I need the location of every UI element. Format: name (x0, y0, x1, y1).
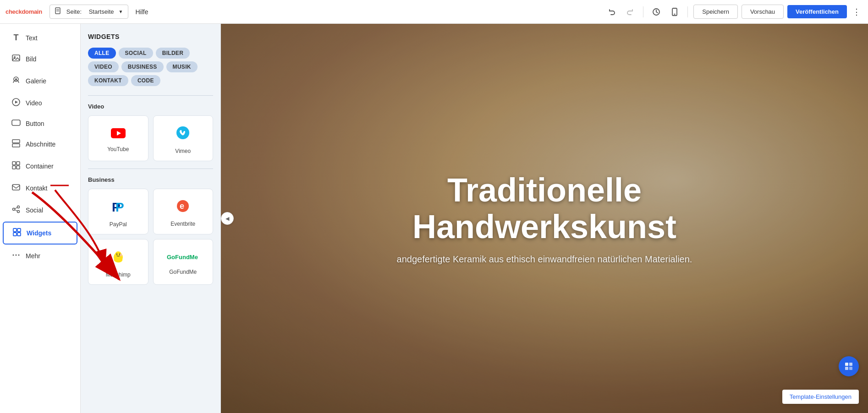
svg-point-43 (120, 254, 122, 256)
eventbrite-label: Eventbrite (170, 221, 195, 227)
svg-rect-26 (17, 228, 21, 232)
palette-button[interactable] (839, 356, 859, 376)
filter-alle[interactable]: ALLE (88, 48, 116, 59)
svg-text:GoFundMe: GoFundMe (167, 254, 198, 261)
filter-tags: ALLE SOCIAL BILDER VIDEO BUSINESS MUSIK … (88, 48, 213, 86)
svg-rect-28 (17, 233, 21, 236)
publish-button[interactable]: Veröffentlichen (787, 5, 847, 18)
sidebar-item-abschnitte[interactable]: Abschnitte (3, 134, 77, 155)
svg-rect-19 (12, 185, 20, 190)
vimeo-label: Vimeo (175, 148, 191, 154)
sidebar-item-kontakt[interactable]: Kontakt (3, 178, 77, 199)
sidebar-item-social[interactable]: Social (3, 200, 77, 221)
mailchimp-label: Mailchimp (106, 272, 131, 278)
save-button[interactable]: Speichern (693, 5, 738, 19)
gofundme-icon: GoFundMe (167, 251, 199, 264)
logo-check: check (5, 8, 22, 15)
sidebar-item-label: Kontakt (26, 185, 47, 192)
sidebar-item-mehr[interactable]: Mehr (3, 245, 77, 266)
youtube-label: YouTube (107, 146, 129, 152)
sidebar-item-bild[interactable]: Bild (3, 49, 77, 70)
container-icon (11, 161, 21, 172)
palette-icon (844, 361, 854, 371)
video-icon (11, 98, 21, 109)
filter-business[interactable]: BUSINESS (121, 61, 164, 72)
eventbrite-icon: e (176, 199, 190, 216)
sidebar-item-button[interactable]: Button (3, 114, 77, 133)
collapse-arrow-icon: ◀ (225, 216, 229, 222)
svg-marker-11 (15, 101, 18, 103)
svg-rect-13 (12, 140, 20, 143)
page-name: Startseite (89, 8, 114, 15)
sections-icon (11, 139, 21, 150)
widget-gofundme[interactable]: GoFundMe GoFundMe (153, 239, 214, 285)
main-layout: T Text Bild Galerie Video (0, 24, 868, 413)
svg-rect-25 (13, 228, 16, 232)
svg-rect-14 (12, 144, 20, 147)
widget-youtube[interactable]: YouTube (88, 115, 148, 161)
mailchimp-icon (111, 249, 126, 267)
svg-point-29 (13, 255, 14, 256)
more-icon (11, 250, 21, 261)
topbar: checkdomain Seite: Startseite ▼ Hilfe Sp… (0, 0, 868, 24)
widget-eventbrite[interactable]: e Eventbrite (153, 189, 214, 234)
text-icon: T (11, 33, 21, 43)
collapse-panel-button[interactable]: ◀ (221, 212, 234, 225)
widget-paypal[interactable]: PP PayPal (88, 189, 148, 234)
undo-button[interactable] (604, 5, 619, 18)
redo-button[interactable] (623, 5, 637, 18)
sidebar-item-widgets[interactable]: Widgets (3, 222, 77, 245)
sidebar-item-container[interactable]: Container (3, 156, 77, 177)
separator2 (687, 6, 688, 17)
svg-point-42 (119, 253, 120, 254)
filter-video[interactable]: VIDEO (88, 61, 119, 72)
logo-domain: domain (22, 8, 42, 15)
canvas-content: Traditionelle Handwerkskunst andgefertig… (221, 24, 868, 413)
canvas-heading: Traditionelle Handwerkskunst (412, 172, 676, 245)
svg-point-31 (18, 255, 20, 256)
separator (643, 6, 643, 17)
paypal-label: PayPal (110, 221, 127, 228)
filter-code[interactable]: CODE (131, 75, 160, 86)
sidebar-item-text[interactable]: T Text (3, 28, 77, 48)
widget-mailchimp[interactable]: Mailchimp (88, 239, 148, 285)
sidebar-item-galerie[interactable]: Galerie (3, 71, 77, 92)
canvas-area: ◀ Traditionelle Handwerkskunst andgefert… (221, 24, 868, 413)
widgets-icon (12, 228, 22, 239)
button-icon (11, 120, 21, 128)
image-icon (11, 54, 21, 65)
svg-text:P: P (115, 200, 124, 213)
svg-rect-12 (12, 120, 20, 125)
social-icon (11, 205, 21, 216)
sidebar-item-label: Video (26, 99, 42, 107)
svg-line-24 (15, 210, 17, 211)
filter-bilder[interactable]: BILDER (156, 48, 190, 59)
filter-kontakt[interactable]: KONTAKT (88, 75, 128, 86)
svg-line-23 (15, 207, 17, 209)
svg-rect-27 (13, 233, 16, 236)
svg-point-20 (17, 206, 20, 208)
vimeo-icon (176, 125, 190, 143)
history-button[interactable] (649, 5, 664, 18)
svg-rect-17 (12, 166, 16, 169)
page-selector[interactable]: Seite: Startseite ▼ (49, 5, 128, 19)
widget-vimeo[interactable]: Vimeo (153, 115, 214, 161)
svg-rect-6 (12, 55, 20, 61)
svg-point-21 (13, 208, 15, 211)
filter-social[interactable]: SOCIAL (119, 48, 153, 59)
canvas-subtext: andgefertigte Keramik aus ethisch einwan… (397, 254, 692, 265)
menu-button[interactable]: ⋮ (851, 5, 863, 19)
help-label[interactable]: Hilfe (136, 8, 148, 16)
widgets-title: WIDGETS (88, 33, 213, 40)
filter-musik[interactable]: MUSIK (166, 61, 198, 72)
sidebar-item-label: Mehr (26, 252, 40, 260)
sidebar-item-video[interactable]: Video (3, 92, 77, 114)
mobile-preview-button[interactable] (667, 5, 682, 18)
preview-button[interactable]: Vorschau (742, 5, 784, 19)
svg-rect-16 (16, 162, 20, 165)
svg-rect-45 (845, 363, 848, 366)
svg-point-41 (116, 253, 117, 254)
svg-rect-18 (16, 166, 20, 169)
sidebar-item-label: Text (26, 34, 38, 42)
template-settings-button[interactable]: Template-Einstellungen (782, 390, 859, 404)
